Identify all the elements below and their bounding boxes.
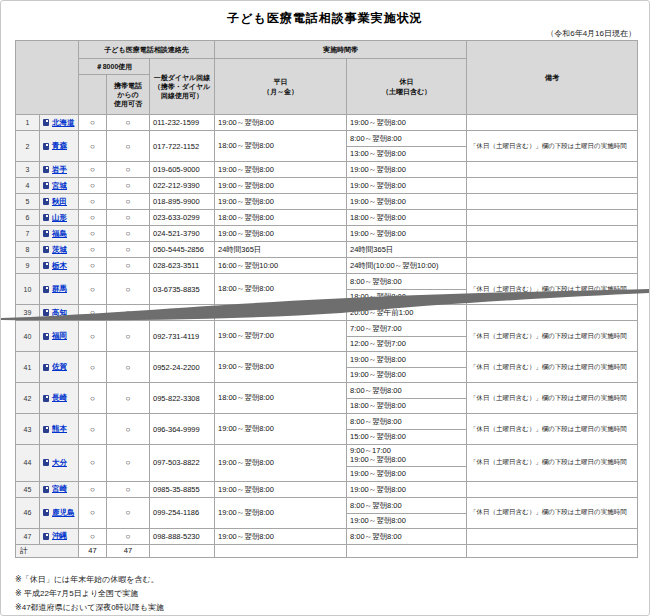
prefecture-link[interactable]: 宮城: [52, 181, 67, 190]
dial-number: 092-731-4119: [150, 321, 215, 352]
holiday-hours: 8:00～翌朝8:00: [347, 528, 467, 544]
holiday-hours: 8:00～翌朝8:00: [347, 274, 467, 290]
header-time-group: 実施時間帯: [215, 41, 467, 59]
mobile-ok-mark: ○: [107, 321, 150, 352]
external-link-icon: [43, 262, 49, 269]
external-link-icon: [43, 309, 49, 316]
external-link-icon: [43, 198, 49, 205]
table-row: 40福岡○○092-731-411919:00～翌朝7:007:00～翌朝7:0…: [16, 321, 638, 337]
prefecture-link[interactable]: 高知: [52, 308, 67, 317]
sharp8000-mark: ○: [79, 352, 107, 383]
sharp8000-mark: ○: [79, 481, 107, 497]
mobile-ok-mark: ○: [107, 226, 150, 242]
prefecture-link[interactable]: 福島: [52, 229, 67, 238]
total-empty-remarks: [467, 544, 638, 557]
prefecture-link[interactable]: 鹿児島: [52, 508, 75, 517]
prefecture-cell: 秋田: [40, 194, 79, 210]
holiday-hours: 19:00～翌朝8:00: [347, 352, 467, 368]
prefecture-link[interactable]: 大分: [52, 458, 67, 467]
weekday-hours: 19:00～翌朝8:00: [215, 115, 347, 131]
prefecture-cell: 福岡: [40, 321, 79, 352]
holiday-hours: 8:00～翌朝8:00: [347, 131, 467, 147]
table-row: 45宮崎○○0985-35-885519:00～翌朝8:0019:00～翌朝8:…: [16, 481, 638, 497]
external-link-icon: [43, 119, 49, 126]
dial-number: 095-822-3308: [150, 383, 215, 414]
mobile-ok-mark: ○: [107, 383, 150, 414]
prefecture-link[interactable]: 秋田: [52, 197, 67, 206]
prefecture-link[interactable]: 茨城: [52, 245, 67, 254]
weekday-hours: 19:00～翌朝8:00: [215, 162, 347, 178]
prefecture-cell: 鹿児島: [40, 497, 79, 528]
header-contact-group: 子ども医療電話相談連絡先: [79, 41, 215, 59]
prefecture-link[interactable]: 北海道: [52, 118, 75, 127]
weekday-hours: 19:00～翌朝8:00: [215, 414, 347, 445]
remarks: [467, 305, 638, 321]
table-row: 2青森○○017-722-115218:00～翌朝8:008:00～翌朝8:00…: [16, 131, 638, 147]
prefecture-link[interactable]: 岩手: [52, 165, 67, 174]
table-row: 39高知○○088-873-309020:00～翌午前1:0020:00～翌午前…: [16, 305, 638, 321]
holiday-hours: 7:00～翌朝7:00: [347, 321, 467, 337]
weekday-hours: 19:00～翌朝7:00: [215, 321, 347, 352]
header-blank: [16, 41, 79, 115]
header-remarks: 備考: [467, 41, 638, 115]
remarks: 「休日（土曜日含む）」欄の下段は土曜日の実施時間: [467, 497, 638, 528]
dial-number: 03-6735-8835: [150, 274, 215, 305]
prefecture-cell: 長崎: [40, 383, 79, 414]
dial-number: 0952-24-2200: [150, 352, 215, 383]
header-weekday: 平日 （月～金）: [215, 59, 347, 115]
remarks: 「休日（土曜日含む）」欄の下段は土曜日の実施時間: [467, 445, 638, 482]
table-row: 41佐賀○○0952-24-220019:00～翌朝8:0019:00～翌朝8:…: [16, 352, 638, 368]
weekday-hours: 19:00～翌朝8:00: [215, 528, 347, 544]
prefecture-cell: 栃木: [40, 258, 79, 274]
weekday-hours: 16:00～翌朝10:00: [215, 258, 347, 274]
prefecture-link[interactable]: 栃木: [52, 261, 67, 270]
prefecture-link[interactable]: 山形: [52, 213, 67, 222]
prefecture-cell: 茨城: [40, 242, 79, 258]
mobile-ok-mark: ○: [107, 481, 150, 497]
weekday-hours: 19:00～翌朝8:00: [215, 445, 347, 482]
prefecture-link[interactable]: 群馬: [52, 284, 67, 293]
prefecture-cell: 佐賀: [40, 352, 79, 383]
mobile-ok-mark: ○: [107, 178, 150, 194]
row-number: 1: [16, 115, 40, 131]
prefecture-link[interactable]: 福岡: [52, 331, 67, 340]
mobile-ok-mark: ○: [107, 131, 150, 162]
header-holiday: 休日 （土曜日含む）: [347, 59, 467, 115]
holiday-hours-saturday: 12:00～翌朝7:00: [347, 337, 467, 352]
external-link-icon: [43, 182, 49, 189]
prefecture-link[interactable]: 青森: [52, 141, 67, 150]
prefecture-cell: 宮崎: [40, 481, 79, 497]
holiday-hours: 8:00～翌朝8:00: [347, 414, 467, 430]
prefecture-link[interactable]: 熊本: [52, 424, 67, 433]
external-link-icon: [43, 459, 49, 466]
table-row: 6山形○○023-633-029918:00～翌朝8:0018:00～翌朝8:0…: [16, 210, 638, 226]
sharp8000-mark: ○: [79, 305, 107, 321]
external-link-icon: [43, 166, 49, 173]
remarks: [467, 242, 638, 258]
table-row: 43熊本○○096-364-999919:00～翌朝8:008:00～翌朝8:0…: [16, 414, 638, 430]
weekday-hours: 20:00～翌午前1:00: [215, 305, 347, 321]
external-link-icon: [43, 395, 49, 402]
remarks: [467, 258, 638, 274]
weekday-hours: 24時間365日: [215, 242, 347, 258]
mobile-ok-mark: ○: [107, 352, 150, 383]
remarks: 「休日（土曜日含む）」欄の下段は土曜日の実施時間: [467, 383, 638, 414]
table-header: 子ども医療電話相談連絡先 実施時間帯 備考 ＃8000使用 一般ダイヤル回線 （…: [16, 41, 638, 115]
weekday-hours: 19:00～翌朝8:00: [215, 352, 347, 383]
table-footer: 計 47 47: [16, 544, 638, 557]
prefecture-link[interactable]: 沖縄: [52, 531, 67, 540]
dial-number: 019-605-9000: [150, 162, 215, 178]
prefecture-link[interactable]: 宮崎: [52, 484, 67, 493]
holiday-hours-saturday: 18:00～翌朝8:00: [347, 290, 467, 305]
dial-number: 099-254-1186: [150, 497, 215, 528]
weekday-hours: 19:00～翌朝8:00: [215, 481, 347, 497]
row-number: 39: [16, 305, 40, 321]
remarks: 「休日（土曜日含む）」欄の下段は土曜日の実施時間: [467, 131, 638, 162]
external-link-icon: [43, 286, 49, 293]
header-dial-line: 一般ダイヤル回線 （携帯・ダイヤル 回線使用可）: [150, 59, 215, 115]
prefecture-link[interactable]: 長崎: [52, 393, 67, 402]
table-body: 1北海道○○011-232-159919:00～翌朝8:0019:00～翌朝8:…: [16, 115, 638, 545]
table-row: 47沖縄○○098-888-523019:00～翌朝8:008:00～翌朝8:0…: [16, 528, 638, 544]
header-mobile-ok: 携帯電話 からの 使用可否: [107, 75, 150, 115]
prefecture-link[interactable]: 佐賀: [52, 362, 67, 371]
